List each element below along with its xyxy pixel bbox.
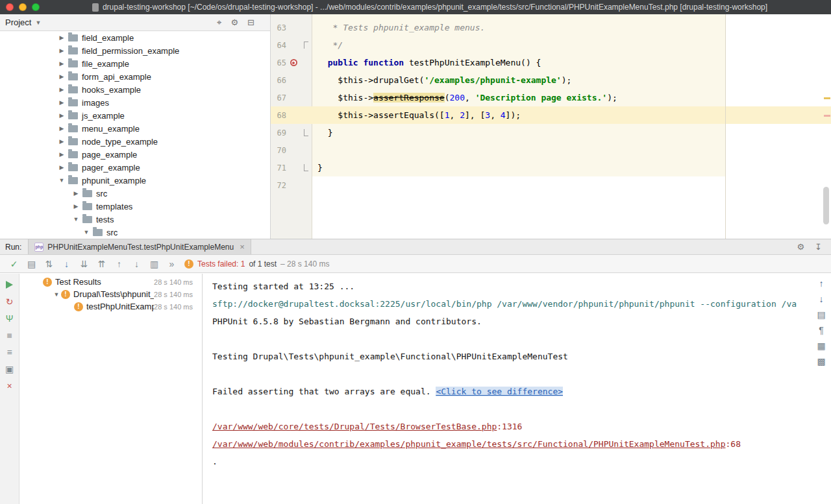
project-tree-item-field_example[interactable]: ▶field_example	[0, 31, 270, 44]
hide-panel-icon[interactable]: ⊟	[247, 18, 254, 28]
chevron-right-icon[interactable]: ▶	[57, 73, 66, 80]
locate-file-icon[interactable]: ⌖	[217, 18, 221, 28]
project-tree-item-field_permission_example[interactable]: ▶field_permission_example	[0, 44, 270, 57]
chevron-down-icon[interactable]: ▼	[71, 216, 81, 222]
gutter-line-69: 69	[271, 124, 312, 141]
next-message-icon[interactable]: ↓	[819, 294, 824, 304]
folder-icon	[82, 203, 92, 210]
line-number[interactable]: 63	[271, 23, 286, 32]
chevron-right-icon[interactable]: ▶	[57, 47, 66, 54]
line-number[interactable]: 70	[271, 146, 286, 155]
stack-trace-link[interactable]: /var/www/web/modules/contrib/examples/ph…	[212, 439, 726, 449]
chevron-right-icon[interactable]: ▶	[57, 99, 66, 106]
minimize-window-button[interactable]	[19, 3, 27, 11]
gear-icon[interactable]: ⚙	[230, 18, 238, 28]
project-tree-item-images[interactable]: ▶images	[0, 96, 270, 109]
code-rows[interactable]: * Tests phpunit_example menus. */ public…	[317, 19, 831, 194]
folder-icon	[68, 86, 78, 93]
import-test-results-icon[interactable]: ▥	[145, 255, 163, 273]
stack-trace-link[interactable]: /var/www/web/core/tests/Drupal/Tests/Bro…	[212, 422, 497, 431]
project-tree-item-templates[interactable]: ▶templates	[0, 200, 270, 213]
fold-start-icon[interactable]	[304, 42, 308, 49]
rerun-test-icon[interactable]	[4, 279, 16, 291]
error-stripe-mark[interactable]	[824, 115, 830, 117]
gear-icon[interactable]: ⚙	[797, 242, 804, 252]
project-tree-item-phpunit_example[interactable]: ▼phpunit_example	[0, 174, 270, 187]
project-tree-item-js_example[interactable]: ▶js_example	[0, 109, 270, 122]
chevron-down-icon[interactable]: ▼	[82, 229, 91, 235]
chevron-right-icon[interactable]: ▶	[57, 86, 66, 93]
code-line-68: $this->assertEquals([1, 2], [3, 4]);	[317, 106, 831, 124]
project-tree-item-src[interactable]: ▼src	[0, 226, 270, 239]
zoom-window-button[interactable]	[32, 3, 40, 11]
toggle-auto-test-icon[interactable]: Ψ	[4, 313, 16, 324]
chevron-down-icon[interactable]: ▼	[35, 19, 41, 26]
line-number[interactable]: 72	[271, 181, 286, 190]
fold-end-icon[interactable]	[304, 129, 308, 136]
project-tree-item-menu_example[interactable]: ▶menu_example	[0, 122, 270, 135]
prev-message-icon[interactable]: ↑	[819, 279, 824, 288]
test-history-icon[interactable]: ≡	[4, 346, 16, 358]
close-window-button[interactable]	[6, 3, 14, 11]
chevron-down-icon[interactable]: ▼	[52, 291, 61, 298]
chevron-right-icon[interactable]: ▶	[57, 164, 66, 171]
project-tree-item-tests[interactable]: ▼tests	[0, 213, 270, 226]
line-number[interactable]: 68	[271, 111, 286, 120]
pin-tab-icon[interactable]: ▣	[4, 363, 16, 375]
show-passed-icon[interactable]: ✓	[5, 255, 23, 273]
chevron-right-icon[interactable]: ▶	[57, 125, 66, 132]
project-tree-item-page_example[interactable]: ▶page_example	[0, 148, 270, 161]
chevron-down-icon[interactable]: ▼	[57, 177, 66, 184]
export-icon[interactable]: ▤	[817, 310, 825, 319]
run-tab[interactable]: php PHPUnitExampleMenuTest.testPhpUnitEx…	[28, 239, 251, 254]
close-icon[interactable]: ×	[4, 380, 16, 392]
project-panel-header[interactable]: Project ▼ ⌖⚙⊟	[0, 14, 270, 31]
line-number[interactable]: 65	[271, 58, 286, 67]
test-console[interactable]: Testing started at 13:25 ...sftp://docke…	[203, 274, 831, 504]
project-tree-item-node_type_example[interactable]: ▶node_type_example	[0, 135, 270, 148]
line-number[interactable]: 66	[271, 76, 286, 85]
chevron-right-icon[interactable]: ▶	[71, 190, 81, 197]
editor[interactable]: 63646566676869707172 * Tests phpunit_exa…	[271, 14, 831, 239]
clear-console-icon[interactable]: ▩	[817, 357, 825, 366]
rerun-failed-tests-icon[interactable]: ↻	[4, 296, 16, 307]
warning-stripe-mark[interactable]	[824, 97, 830, 99]
project-tree-item-file_example[interactable]: ▶file_example	[0, 57, 270, 70]
sort-alphabetically-icon[interactable]: ↓	[58, 255, 75, 273]
chevron-right-icon[interactable]: ▶	[57, 138, 66, 145]
line-number[interactable]: 67	[271, 93, 286, 102]
chevron-right-icon[interactable]: ▶	[57, 112, 66, 119]
test-failed-gutter-icon[interactable]	[290, 59, 297, 66]
show-output-icon[interactable]: ▤	[23, 255, 40, 273]
view-difference-link[interactable]: <Click to see difference>	[436, 387, 563, 396]
line-number[interactable]: 69	[271, 128, 286, 138]
next-failed-test-icon[interactable]: ↓	[128, 255, 145, 273]
project-tree-item-pager_example[interactable]: ▶pager_example	[0, 161, 270, 174]
code-token: }	[317, 128, 332, 138]
project-tree-item-hooks_example[interactable]: ▶hooks_example	[0, 83, 270, 96]
gutter-rows: 63646566676869707172	[271, 19, 312, 194]
project-tree-item-form_api_example[interactable]: ▶form_api_example	[0, 70, 270, 83]
test-tree-row-2[interactable]: !testPhpUnitExampleM28 s 140 ms	[19, 300, 202, 313]
previous-failed-test-icon[interactable]: ↑	[110, 255, 128, 273]
collapse-all-icon[interactable]: ⇈	[93, 255, 110, 273]
hide-toolwindow-icon[interactable]: ↧	[815, 242, 822, 252]
chevron-right-icon[interactable]: ▶	[71, 203, 81, 210]
sort-by-duration-icon[interactable]: ⇅	[40, 255, 58, 273]
stop-icon[interactable]: ■	[4, 330, 16, 341]
expand-all-icon[interactable]: ⇊	[75, 255, 93, 273]
print-icon[interactable]: ▦	[817, 341, 825, 350]
soft-wrap-icon[interactable]: ¶	[819, 326, 824, 335]
chevron-right-icon[interactable]: ▶	[57, 34, 66, 41]
editor-scrollbar-thumb[interactable]	[823, 187, 829, 224]
chevron-right-icon[interactable]: ▶	[57, 60, 66, 67]
line-number[interactable]: 71	[271, 163, 286, 173]
fold-end-icon[interactable]	[304, 164, 308, 171]
test-tree-row-1[interactable]: ▼!Drupal\Tests\phpunit_ex28 s 140 ms	[19, 288, 202, 300]
test-tree-row-0[interactable]: !Test Results28 s 140 ms	[19, 276, 202, 288]
project-tree-item-src[interactable]: ▶src	[0, 187, 270, 200]
chevron-right-icon[interactable]: ▶	[57, 151, 66, 158]
close-tab-icon[interactable]: ×	[240, 242, 245, 252]
more-actions-icon[interactable]: »	[163, 255, 180, 273]
line-number[interactable]: 64	[271, 41, 286, 50]
